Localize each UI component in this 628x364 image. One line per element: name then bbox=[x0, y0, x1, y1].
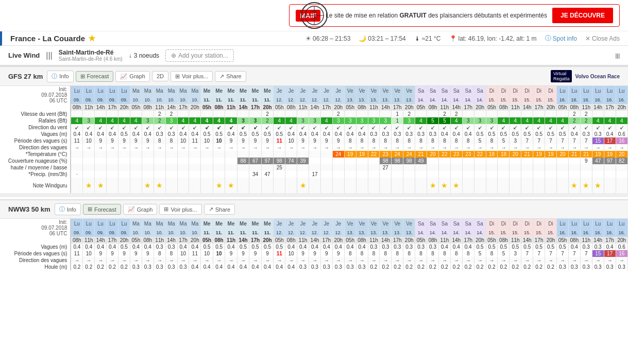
day-header: Ve bbox=[344, 86, 356, 95]
gfs-title: GFS 27 km bbox=[8, 73, 43, 80]
day-header: Me bbox=[225, 86, 237, 95]
share-icon: ↗ bbox=[209, 206, 213, 213]
location-name-area: France - La Couarde ★ bbox=[10, 33, 95, 43]
nww3-graph-button[interactable]: 📈 Graph bbox=[123, 204, 158, 215]
gfs-header: GFS 27 km ⓘ Info ⊞ Forecast 📈 Graph 2D bbox=[0, 66, 628, 86]
day-header: Je bbox=[309, 86, 320, 95]
share-icon: ↗ bbox=[219, 73, 224, 80]
note-label: Note Windguru bbox=[0, 178, 71, 193]
gfs-section: GFS 27 km ⓘ Info ⊞ Forecast 📈 Graph 2D bbox=[0, 66, 628, 193]
date-row: 09. 09. 09. 09. 09. 10. 10. 10. 10. 10. … bbox=[0, 95, 628, 104]
day-header: Ve bbox=[380, 86, 392, 95]
gfs-table-wrapper: Init:09.07.201806 UTC Lu Lu Lu Lu Lu Ma … bbox=[0, 86, 628, 193]
add-station-button[interactable]: ⊕ Add your station... bbox=[165, 49, 234, 62]
gfs-graph-button[interactable]: 📈 Graph bbox=[115, 71, 150, 82]
favorite-star-icon[interactable]: ★ bbox=[88, 33, 95, 43]
spot-info-link[interactable]: ⓘ Spot info bbox=[545, 34, 577, 43]
nww3-share-button[interactable]: ↗ Share bbox=[204, 204, 235, 215]
day-header: Di bbox=[510, 86, 521, 95]
nww3-period-row: Période des vagues (s) 1110999 99881011 … bbox=[0, 250, 628, 257]
chart-icon: 📈 bbox=[128, 206, 135, 213]
day-header: Je bbox=[320, 86, 332, 95]
cloud-sub-label: haute / moyenne / basse bbox=[0, 164, 71, 171]
nww3-toolbar: ⓘ Info ⊞ Forecast 📈 Graph ⊞ Voir plus...… bbox=[55, 203, 235, 215]
day-header: Ma bbox=[177, 86, 189, 95]
nww3-waves-label: Vagues (m) bbox=[0, 244, 71, 250]
wind-station-info: Saint-Martin-de-Ré Saint-Martin-de-Ré (4… bbox=[59, 49, 123, 62]
gfs-forecast-table: Init:09.07.201806 UTC Lu Lu Lu Lu Lu Ma … bbox=[0, 86, 628, 193]
day-header: Me bbox=[261, 86, 273, 95]
sunrise-info: ☀ 06:28 – 21:53 bbox=[305, 35, 350, 42]
wave-dir-row: Direction des vagues →→→→→ →→→→→→ →→→→→→… bbox=[0, 144, 628, 151]
logo-svg: WIND GURU bbox=[304, 5, 325, 26]
svg-text:WIND: WIND bbox=[311, 10, 318, 13]
location-info: ☀ 06:28 – 21:53 🌙 03:21 – 17:54 🌡 ≈21 °C… bbox=[305, 34, 620, 43]
period-row: Période des vagues (s) 1110999 99881011 … bbox=[0, 137, 628, 144]
pin-icon: 📍 bbox=[449, 35, 457, 42]
day-header: Ma bbox=[142, 86, 154, 95]
day-header: Lu bbox=[83, 86, 95, 95]
temp-info: 🌡 ≈21 °C bbox=[414, 35, 441, 42]
nww3-info-button[interactable]: ⓘ Info bbox=[55, 203, 81, 215]
grid-icon: ⊞ bbox=[164, 206, 168, 213]
day-header: Ma bbox=[165, 86, 177, 95]
gfs-toolbar: ⓘ Info ⊞ Forecast 📈 Graph 2D ⊞ Voir plus… bbox=[47, 71, 246, 82]
moon-icon: 🌙 bbox=[359, 35, 366, 42]
gfs-info-button[interactable]: ⓘ Info bbox=[47, 71, 73, 82]
gfs-voir-button[interactable]: ⊞ Voir plus... bbox=[171, 71, 213, 82]
day-header: Lu bbox=[557, 86, 569, 95]
wind-dir-label: Direction du vent bbox=[0, 124, 71, 131]
note-row: Note Windguru ★★ ★★ ★★ ★ ★★★ ★★★ bbox=[0, 178, 628, 193]
day-header: Lu bbox=[107, 86, 118, 95]
wind-right-icon: ||| bbox=[615, 53, 620, 59]
waves-label: Vagues (m) bbox=[0, 131, 71, 137]
day-header: Je bbox=[285, 86, 297, 95]
day-header: Di bbox=[545, 86, 557, 95]
day-header: Sa bbox=[427, 86, 439, 95]
nww3-date-row: 09.09.09.09.09. 10.10.10.10.10.10. 11.11… bbox=[0, 228, 628, 237]
day-header: Lu bbox=[118, 86, 130, 95]
nww3-table-wrapper: Init:09.07.201806 UTC LuLuLuLuLu MaMaMaM… bbox=[0, 219, 628, 270]
day-header: Di bbox=[486, 86, 498, 95]
hour-row: 08h11h14h17h20h 05h08h11h14h17h20h 05h08… bbox=[0, 104, 628, 111]
day-header: Di bbox=[498, 86, 510, 95]
precip-label: *Precip. (mm/3h) bbox=[0, 171, 71, 178]
top-banner: WIND GURU MAIF Le site de mise en relati… bbox=[0, 0, 628, 31]
day-header: Ve bbox=[356, 86, 368, 95]
day-header: Lu bbox=[580, 86, 592, 95]
close-ads-link[interactable]: ✕ Close Ads bbox=[585, 35, 620, 42]
day-header: Di bbox=[521, 86, 533, 95]
day-header: Me bbox=[201, 86, 213, 95]
gfs-forecast-button[interactable]: ⊞ Forecast bbox=[76, 71, 114, 82]
nww3-init-row: Init:09.07.201806 UTC LuLuLuLuLu MaMaMaM… bbox=[0, 219, 628, 228]
nww3-forecast-button[interactable]: ⊞ Forecast bbox=[83, 204, 121, 215]
nww3-period-label: Période des vagues (s) bbox=[0, 250, 71, 257]
nww3-voir-button[interactable]: ⊞ Voir plus... bbox=[159, 204, 201, 215]
info-icon: ⓘ bbox=[59, 205, 65, 213]
day-header: Ve bbox=[368, 86, 380, 95]
init-row: Init:09.07.201806 UTC Lu Lu Lu Lu Lu Ma … bbox=[0, 86, 628, 95]
wind-speed-label: Vitesse du vent (Bft) bbox=[0, 111, 71, 117]
day-header: Ma bbox=[130, 86, 142, 95]
ad-text: Le site de mise en relation GRATUIT des … bbox=[326, 12, 547, 19]
gust-row: Rafales (Bft) 43444 432344 444332 443343… bbox=[0, 117, 628, 124]
temp-label: *Température (°C) bbox=[0, 151, 71, 158]
section-divider bbox=[0, 193, 628, 197]
svg-text:GURU: GURU bbox=[310, 17, 318, 20]
day-header: Ma bbox=[189, 86, 201, 95]
wind-speed-value: 3 noeuds bbox=[134, 52, 159, 59]
location-name: France - La Couarde bbox=[10, 34, 85, 43]
chart-icon: 📈 bbox=[120, 73, 127, 80]
wind-direction-row: Direction du vent ↙↙↙↙↙ ↙↙↙↙↙↙ ↙↙↙↙↙↙ ↙↙… bbox=[0, 124, 628, 131]
gfs-share-button[interactable]: ↗ Share bbox=[215, 71, 246, 82]
gfs-2d-button[interactable]: 2D bbox=[152, 71, 168, 81]
day-header: Ve bbox=[392, 86, 403, 95]
ad-discover-button[interactable]: JE DÉCOUVRE bbox=[552, 8, 613, 23]
nww3-hour-row: 08h11h14h17h20h 05h08h11h14h17h20h 05h08… bbox=[0, 237, 628, 244]
day-header: Sa bbox=[474, 86, 486, 95]
info-circle-icon: ⓘ bbox=[545, 34, 551, 43]
day-header: Ve bbox=[403, 86, 415, 95]
cloud-label: Couverture nuageuse (%) bbox=[0, 158, 71, 164]
day-header: Lu bbox=[604, 86, 616, 95]
station-name: Saint-Martin-de-Ré bbox=[59, 49, 123, 56]
